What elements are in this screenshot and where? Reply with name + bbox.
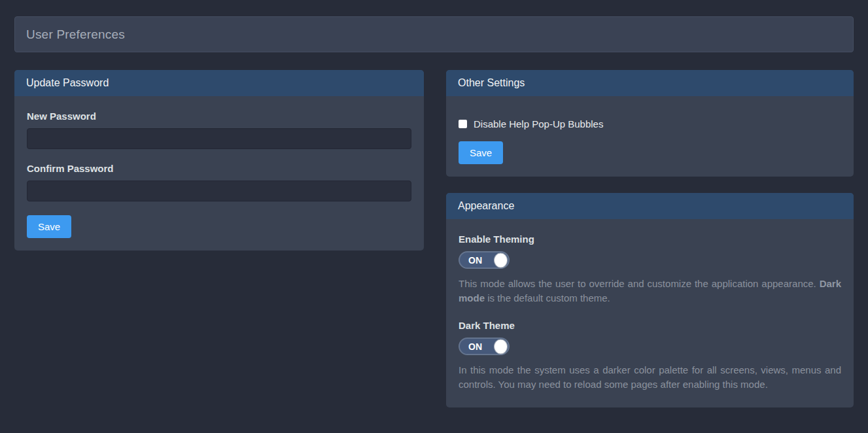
update-password-panel-body: New Password Confirm Password Save — [14, 96, 424, 251]
page-title-bar: User Preferences — [14, 16, 854, 52]
appearance-panel-header: Appearance — [446, 193, 854, 219]
enable-theming-label: Enable Theming — [459, 234, 841, 245]
password-save-button[interactable]: Save — [27, 215, 71, 238]
dark-theme-toggle[interactable]: ON — [459, 338, 510, 355]
left-column: Update Password New Password Confirm Pas… — [14, 70, 424, 251]
dark-theme-description: In this mode the system uses a darker co… — [459, 363, 841, 392]
content-columns: Update Password New Password Confirm Pas… — [14, 70, 854, 407]
dark-theme-label: Dark Theme — [459, 320, 841, 331]
update-password-panel-header: Update Password — [14, 70, 424, 96]
other-settings-panel: Other Settings Disable Help Pop-Up Bubbl… — [446, 70, 854, 177]
appearance-panel-title: Appearance — [458, 200, 514, 212]
enable-theming-description: This mode allows the user to override an… — [459, 277, 841, 305]
page-title: User Preferences — [26, 27, 125, 42]
enable-theming-description-before: This mode allows the user to override an… — [459, 278, 820, 289]
confirm-password-label: Confirm Password — [27, 163, 411, 174]
dark-theme-toggle-state: ON — [468, 341, 482, 352]
other-settings-panel-title: Other Settings — [458, 77, 525, 89]
disable-help-popups-label: Disable Help Pop-Up Bubbles — [474, 118, 603, 130]
right-column: Other Settings Disable Help Pop-Up Bubbl… — [446, 70, 854, 407]
toggle-knob — [494, 252, 508, 268]
update-password-panel-title: Update Password — [26, 77, 109, 89]
new-password-label: New Password — [27, 111, 411, 122]
new-password-input[interactable] — [27, 128, 411, 149]
appearance-panel-body: Enable Theming ON This mode allows the u… — [446, 219, 854, 407]
disable-help-popups-row[interactable]: Disable Help Pop-Up Bubbles — [459, 118, 841, 130]
confirm-password-input[interactable] — [27, 181, 411, 201]
enable-theming-toggle[interactable]: ON — [459, 251, 510, 269]
enable-theming-toggle-state: ON — [468, 255, 482, 266]
disable-help-popups-checkbox[interactable] — [459, 120, 467, 128]
update-password-panel: Update Password New Password Confirm Pas… — [14, 70, 424, 251]
other-settings-save-button[interactable]: Save — [459, 141, 503, 164]
toggle-knob — [494, 339, 508, 354]
other-settings-panel-body: Disable Help Pop-Up Bubbles Save — [446, 96, 854, 177]
enable-theming-description-after: is the default custom theme. — [485, 292, 610, 303]
appearance-panel: Appearance Enable Theming ON This mode a… — [446, 193, 854, 407]
other-settings-panel-header: Other Settings — [446, 70, 854, 96]
